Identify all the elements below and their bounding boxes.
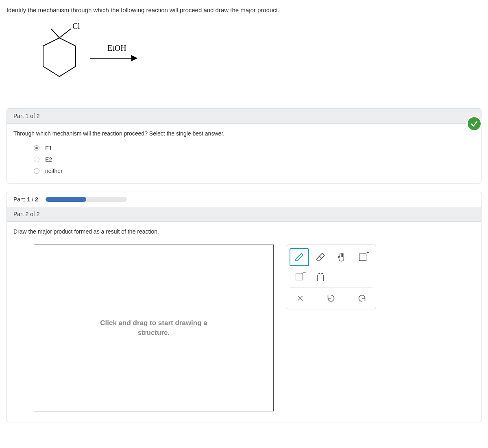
clear-button[interactable]: [290, 291, 311, 306]
canvas-placeholder: Click and drag to start drawing a struct…: [89, 318, 219, 338]
svg-line-1: [51, 29, 59, 38]
option-label: neither: [45, 168, 63, 174]
eraser-icon: [315, 252, 326, 262]
svg-marker-0: [43, 38, 76, 76]
radio-e2[interactable]: [34, 157, 39, 162]
part-1-card: Part 1 of 2 Through which mechanism will…: [7, 108, 481, 184]
eraser-tool[interactable]: [311, 248, 330, 266]
reaction-scheme: Cl EtOH: [7, 17, 481, 96]
question-text: Identify the mechanism through which the…: [7, 7, 481, 13]
box-minus-icon: −: [296, 273, 303, 280]
drawing-canvas[interactable]: Click and drag to start drawing a struct…: [34, 245, 274, 411]
progress-fill: [46, 197, 86, 202]
lone-pair-tool[interactable]: [311, 268, 330, 286]
pencil-tool[interactable]: [290, 248, 309, 266]
reagent-label: EtOH: [107, 44, 126, 52]
part-2-prompt: Draw the major product formed as a resul…: [13, 228, 475, 235]
part-1-header: Part 1 of 2: [7, 109, 481, 124]
substrate-cl-label: Cl: [72, 22, 80, 31]
lone-pair-icon: [317, 273, 324, 281]
part-2-card: Part: 1 / 2 Part 2 of 2 Draw the major p…: [7, 192, 481, 422]
undo-button[interactable]: [320, 291, 342, 306]
progress-label: Part: 1 / 2: [13, 196, 38, 203]
part-2-header: Part 2 of 2: [7, 207, 481, 222]
svg-marker-4: [132, 56, 137, 61]
option-label: E2: [45, 156, 52, 163]
box-plus-tool[interactable]: +: [353, 248, 373, 266]
tool-panel: + −: [286, 245, 376, 309]
hand-tool[interactable]: [332, 248, 351, 266]
progress-bar: [46, 197, 127, 202]
option-e1[interactable]: E1: [34, 142, 475, 154]
svg-line-5: [319, 256, 322, 259]
undo-icon: [327, 294, 335, 302]
box-minus-tool[interactable]: −: [290, 268, 309, 286]
close-icon: [296, 295, 304, 302]
part-1-prompt: Through which mechanism will the reactio…: [13, 130, 475, 137]
correct-check-icon: [466, 116, 482, 131]
radio-e1[interactable]: [34, 145, 39, 151]
radio-neither[interactable]: [34, 168, 39, 174]
progress-row: Part: 1 / 2: [7, 192, 481, 207]
box-plus-icon: +: [359, 254, 366, 261]
redo-icon: [358, 294, 366, 302]
option-e2[interactable]: E2: [34, 154, 475, 165]
pencil-icon: [294, 252, 304, 262]
svg-line-2: [59, 29, 71, 38]
option-label: E1: [45, 145, 52, 151]
redo-button[interactable]: [351, 291, 373, 306]
option-neither[interactable]: neither: [34, 165, 475, 177]
hand-icon: [336, 252, 347, 262]
